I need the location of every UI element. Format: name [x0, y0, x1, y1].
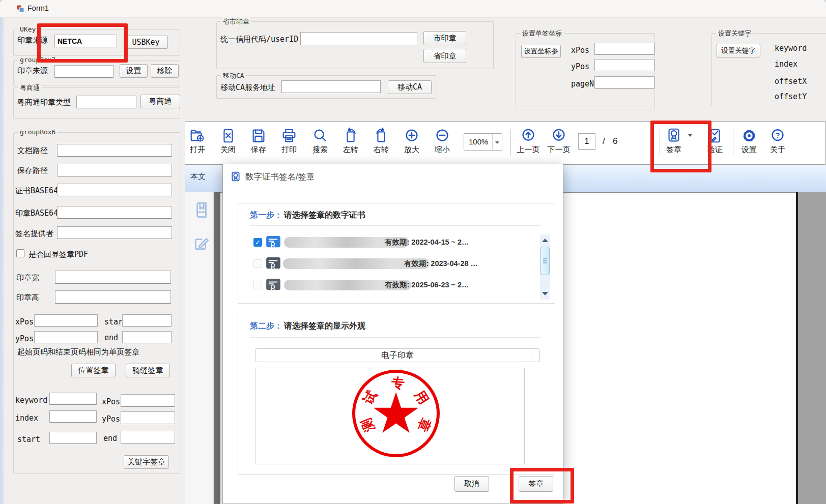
seal-source2-label: 印章来源: [17, 66, 48, 76]
bookmark-icon[interactable]: [192, 201, 211, 220]
ypos2-input[interactable]: [121, 411, 175, 424]
yst-type-input[interactable]: [76, 96, 136, 108]
mobile-ca-legend: 移动CA: [221, 71, 246, 80]
ukey-legend: UKey: [18, 25, 38, 33]
doc-path-input[interactable]: [57, 144, 172, 157]
seal-preview-box: 测 试 专 用 章: [255, 368, 525, 464]
toolbar-save-button[interactable]: 保存: [242, 127, 275, 155]
step2-label: 第二步：: [250, 321, 282, 332]
scroll-up-icon[interactable]: [542, 239, 548, 242]
toolbar-close-button[interactable]: 关闭: [212, 127, 244, 155]
app-window: Form1 UKey 印章来源 USBKey groupBox7 印章来源 设置…: [0, 0, 826, 504]
toolbar-open-button[interactable]: 打开: [181, 127, 214, 155]
xpos-input[interactable]: [34, 314, 98, 327]
tab-current-document[interactable]: 本文: [190, 172, 206, 182]
seal-base64-input[interactable]: [57, 206, 172, 219]
coord-ypos-label: yPos: [571, 62, 589, 71]
start2-input[interactable]: [49, 432, 97, 444]
keyword-label: keyword: [15, 396, 47, 405]
mobile-ca-addr-input[interactable]: [281, 80, 381, 93]
ypos-input[interactable]: [34, 331, 98, 343]
start2-label: start: [17, 435, 40, 444]
toolbar-rotate-right-button[interactable]: 右转: [365, 127, 397, 155]
kw-offsety-label: offsetY: [775, 92, 807, 101]
echo-pdf-checkbox[interactable]: [16, 249, 24, 257]
scrollbar-thumb[interactable]: [540, 247, 550, 275]
cert2-checkbox[interactable]: [253, 259, 262, 268]
straddle-sign-button[interactable]: 骑缝签章: [126, 364, 170, 377]
title-bar: Form1: [0, 0, 826, 18]
save-icon: [250, 127, 267, 144]
certificate-scrollbar[interactable]: [540, 234, 550, 300]
seal-sign-icon: [665, 127, 682, 144]
yst-button[interactable]: 粤商通: [140, 95, 180, 108]
toolbar-next-page-button[interactable]: 下一页: [543, 127, 575, 155]
set-keyword-button[interactable]: 设置关键字: [717, 44, 760, 57]
page-edge-shadow: [214, 192, 220, 504]
toolbar-verify-button[interactable]: 验证: [699, 127, 731, 155]
credit-code-input[interactable]: [300, 32, 417, 45]
xpos2-input[interactable]: [121, 394, 175, 407]
toolbar-rotate-left-button[interactable]: 左转: [334, 127, 367, 155]
yst-type-label: 粤商通印章类型: [17, 98, 71, 107]
cert3-checkbox[interactable]: [253, 281, 262, 289]
toolbar-zoom-out-button[interactable]: 缩小: [426, 127, 459, 155]
zoom-level-select[interactable]: 100%: [464, 133, 502, 151]
coord-pagenum-input[interactable]: [594, 76, 654, 88]
usbkey-button[interactable]: USBKey: [124, 36, 168, 49]
toolbar-search-button[interactable]: 搜索: [304, 127, 336, 155]
certificate-icon: [266, 279, 280, 291]
credit-code-label: 统一信用代码/userID: [220, 35, 298, 44]
toolbar-print-button[interactable]: 打印: [273, 127, 305, 155]
save-path-input[interactable]: [57, 164, 172, 176]
mobile-ca-button[interactable]: 移动CA: [388, 80, 432, 94]
dialog-seal-icon: [230, 170, 242, 184]
cert1-validity: 有效期: 2022-04-15 ~ 2…: [385, 238, 469, 247]
seal-height-input[interactable]: [55, 290, 171, 304]
cert-base64-input[interactable]: [57, 184, 172, 196]
gear-icon: [740, 127, 758, 144]
echo-pdf-label: 是否回显签章PDF: [29, 250, 88, 259]
viewer-right-gutter[interactable]: [798, 192, 826, 504]
provider-input[interactable]: [57, 226, 172, 239]
seal-image: 测 试 专 用 章: [352, 370, 440, 457]
keyword-sign-button[interactable]: 关键字签章: [124, 455, 169, 469]
seal-width-label: 印章宽: [16, 273, 39, 283]
sign-dialog: 数字证书签名/签章 第一步： 请选择签章的数字证书 ✓ 有效期: 2022-04…: [222, 164, 563, 504]
position-sign-button[interactable]: 位置签章: [71, 364, 116, 377]
toolbar-sign-button[interactable]: 签章: [658, 127, 690, 155]
end-input[interactable]: [122, 331, 172, 343]
province-seal-button[interactable]: 省印章: [423, 49, 466, 63]
appearance-dropdown[interactable]: 电子印章: [255, 348, 540, 362]
dialog-sign-button[interactable]: 签章: [519, 476, 553, 492]
ypos2-label: yPos: [102, 414, 120, 424]
seal-width-input[interactable]: [55, 271, 171, 284]
seal-source2-input[interactable]: [54, 65, 113, 78]
coord-xpos-input[interactable]: [594, 43, 654, 55]
city-seal-button[interactable]: 市印章: [423, 31, 466, 45]
toolbar-zoom-in-button[interactable]: 放大: [395, 127, 428, 155]
window-title: Form1: [27, 4, 49, 12]
toolbar-settings-button[interactable]: 设置: [733, 127, 765, 155]
set-coord-button[interactable]: 设置坐标参: [521, 45, 561, 58]
keyword-input[interactable]: [49, 393, 97, 405]
zoom-in-icon: [403, 127, 420, 144]
cert3-validity: 有效期: 2025-06-23 ~ 2…: [385, 280, 469, 290]
end2-input[interactable]: [121, 431, 175, 443]
set-button[interactable]: 设置: [120, 64, 148, 78]
page-number-input[interactable]: [578, 133, 595, 150]
coord-ypos-input[interactable]: [594, 59, 654, 71]
rotate-right-icon: [373, 127, 390, 144]
cancel-button[interactable]: 取消: [454, 476, 489, 492]
index-input[interactable]: [49, 410, 97, 423]
sign-dropdown-caret-icon[interactable]: [688, 134, 692, 137]
remove-button[interactable]: 移除: [151, 64, 179, 78]
seal-source-input[interactable]: [54, 35, 117, 47]
window-left-edge: [0, 17, 4, 504]
cert1-checkbox-checked[interactable]: ✓: [253, 238, 262, 247]
scroll-down-icon[interactable]: [542, 292, 548, 295]
start-input[interactable]: [122, 314, 172, 327]
toolbar-prev-page-button[interactable]: 上一页: [512, 127, 545, 155]
toolbar-about-button[interactable]: ? 关于: [761, 127, 794, 155]
annotate-icon[interactable]: [192, 234, 211, 253]
